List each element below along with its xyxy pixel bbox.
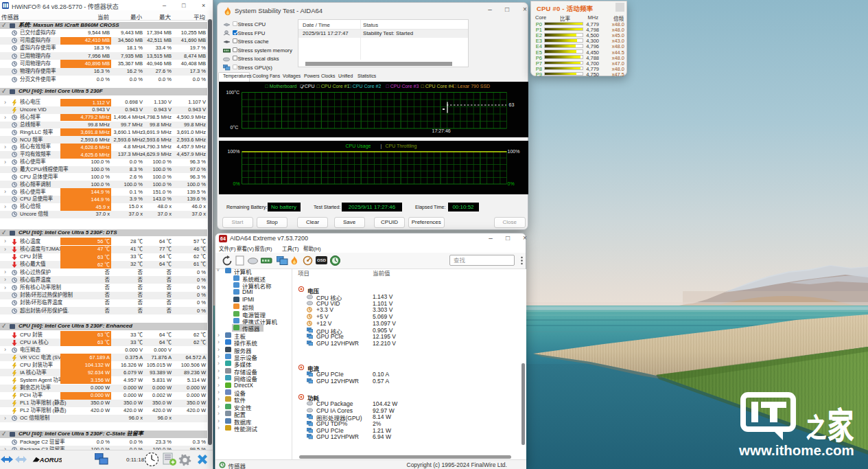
svg-text:AORUS: AORUS	[39, 457, 62, 464]
svg-text:之: 之	[806, 407, 826, 444]
svg-text:家: 家	[828, 398, 854, 449]
svg-text:www.ithome.com: www.ithome.com	[738, 442, 854, 458]
